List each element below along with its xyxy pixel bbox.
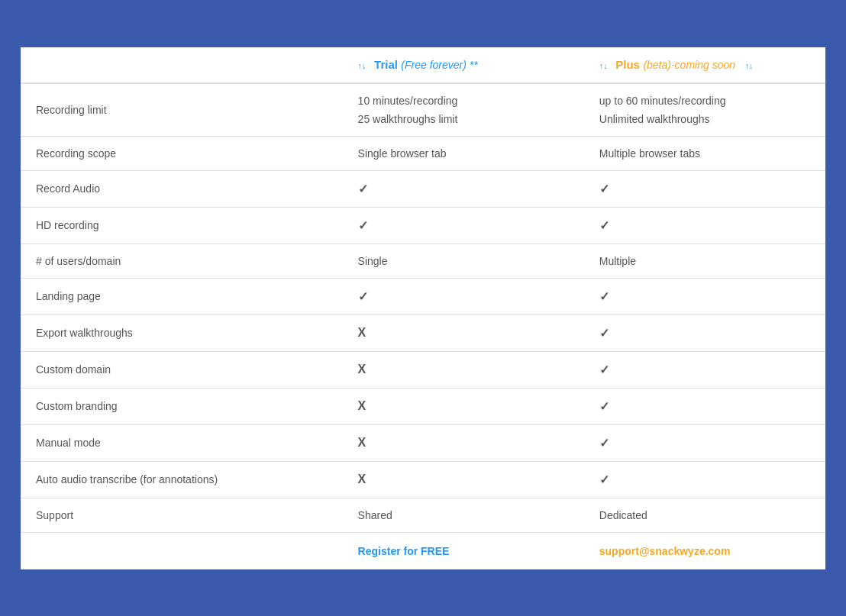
cross-icon: X xyxy=(358,326,366,339)
feature-header-col xyxy=(21,47,343,83)
table-row: Custom domainX✓ xyxy=(21,351,825,388)
trial-value-cell: Single xyxy=(343,243,584,278)
sort-icon-plus2[interactable]: ↑↓ xyxy=(744,61,753,70)
trial-value-cell: Shared xyxy=(343,498,584,532)
feature-cell: HD recording xyxy=(21,207,343,243)
feature-cell: Custom branding xyxy=(21,388,343,424)
trial-value-cell: Single browser tab xyxy=(343,136,584,170)
sort-icon-trial[interactable]: ↑↓ xyxy=(358,61,366,70)
table-row: Manual modeX✓ xyxy=(21,424,825,461)
sort-icon-plus[interactable]: ↑↓ xyxy=(599,61,608,70)
table-row: HD recording✓✓ xyxy=(21,207,825,243)
trial-value-cell: X xyxy=(343,314,584,351)
feature-cell: Recording limit xyxy=(21,83,343,137)
trial-value-cell: X xyxy=(343,424,584,461)
trial-value-cell: ✓ xyxy=(343,278,584,314)
plus-value-cell: Multiple browser tabs xyxy=(584,136,825,170)
check-icon: ✓ xyxy=(358,182,368,195)
plus-value-cell: ✓ xyxy=(584,388,825,424)
feature-cell: Auto audio transcribe (for annotations) xyxy=(21,461,343,498)
check-icon: ✓ xyxy=(599,182,609,195)
trial-value-cell: X xyxy=(343,461,584,498)
trial-label: Trial xyxy=(374,58,398,71)
comparison-table: ↑↓ Trial (Free forever) ** ↑↓ Plus (beta… xyxy=(18,45,828,572)
table-row: Recording scopeSingle browser tabMultipl… xyxy=(21,136,825,170)
table-row: Auto audio transcribe (for annotations)X… xyxy=(21,461,825,498)
table-header: ↑↓ Trial (Free forever) ** ↑↓ Plus (beta… xyxy=(21,47,825,83)
footer-row: Register for FREEsupport@snackwyze.com xyxy=(21,532,825,569)
plus-value-cell: ✓ xyxy=(584,170,825,207)
cross-icon: X xyxy=(358,472,366,485)
table-row: Record Audio✓✓ xyxy=(21,170,825,207)
plus-value-cell: ✓ xyxy=(584,461,825,498)
cross-icon: X xyxy=(358,363,366,376)
trial-value-cell: X xyxy=(343,351,584,388)
feature-cell: # of users/domain xyxy=(21,243,343,278)
trial-value-cell: X xyxy=(343,388,584,424)
feature-cell: Custom domain xyxy=(21,351,343,388)
table-row: SupportSharedDedicated xyxy=(21,498,825,532)
support-email-link[interactable]: support@snackwyze.com xyxy=(599,545,731,557)
feature-cell: Export walkthroughs xyxy=(21,314,343,351)
plus-value-cell: ✓ xyxy=(584,314,825,351)
footer-plus-cell: support@snackwyze.com xyxy=(584,532,825,569)
feature-cell: Landing page xyxy=(21,278,343,314)
plus-sublabel: (beta)-coming soon xyxy=(643,59,735,71)
footer-trial-cell: Register for FREE xyxy=(343,532,584,569)
plus-value-cell: up to 60 minutes/recordingUnlimited walk… xyxy=(584,83,825,137)
check-icon: ✓ xyxy=(599,363,609,376)
cross-icon: X xyxy=(358,436,366,449)
footer-empty-cell xyxy=(21,532,343,569)
trial-value-cell: ✓ xyxy=(343,170,584,207)
plus-value-cell: ✓ xyxy=(584,278,825,314)
plus-value-cell: Multiple xyxy=(584,243,825,278)
check-icon: ✓ xyxy=(599,473,609,486)
plus-value-cell: Dedicated xyxy=(584,498,825,532)
feature-cell: Recording scope xyxy=(21,136,343,170)
check-icon: ✓ xyxy=(358,219,368,232)
trial-value-cell: ✓ xyxy=(343,207,584,243)
feature-cell: Record Audio xyxy=(21,170,343,207)
table-row: # of users/domainSingleMultiple xyxy=(21,243,825,278)
plus-value-cell: ✓ xyxy=(584,351,825,388)
check-icon: ✓ xyxy=(599,290,609,303)
check-icon: ✓ xyxy=(599,400,609,413)
plus-value-cell: ✓ xyxy=(584,424,825,461)
table-row: Landing page✓✓ xyxy=(21,278,825,314)
feature-cell: Manual mode xyxy=(21,424,343,461)
check-icon: ✓ xyxy=(599,327,609,340)
table-row: Custom brandingX✓ xyxy=(21,388,825,424)
table-row: Export walkthroughsX✓ xyxy=(21,314,825,351)
cross-icon: X xyxy=(358,399,366,412)
feature-cell: Support xyxy=(21,498,343,532)
check-icon: ✓ xyxy=(358,290,368,303)
plus-value-cell: ✓ xyxy=(584,207,825,243)
check-icon: ✓ xyxy=(599,437,609,450)
register-free-link[interactable]: Register for FREE xyxy=(358,545,450,557)
check-icon: ✓ xyxy=(599,219,609,232)
trial-header-col: ↑↓ Trial (Free forever) ** xyxy=(343,47,584,83)
plus-header-col: ↑↓ Plus (beta)-coming soon ↑↓ xyxy=(584,47,825,83)
table-row: Recording limit10 minutes/recording25 wa… xyxy=(21,83,825,137)
trial-value-cell: 10 minutes/recording25 walkthroughs limi… xyxy=(343,83,584,137)
trial-sublabel: (Free forever) ** xyxy=(401,59,477,71)
plus-label: Plus xyxy=(615,58,640,71)
